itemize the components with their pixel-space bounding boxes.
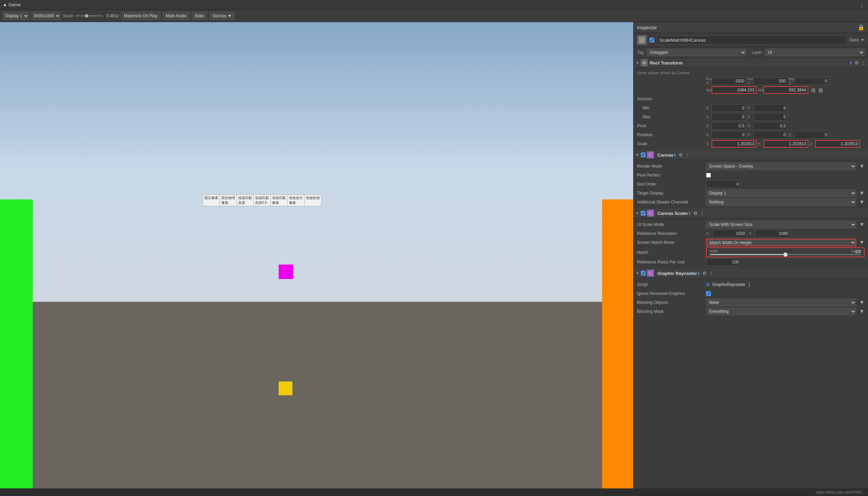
pos-y-input[interactable]: [753, 77, 788, 85]
scale-x-input[interactable]: [712, 140, 756, 148]
canvas-scaler-more-icon[interactable]: ⋮: [700, 210, 705, 216]
ref-resolution-row: Reference Resolution X Y: [637, 229, 865, 238]
rotation-label: Rotation: [637, 132, 706, 137]
scale-value: 0.481x: [106, 13, 119, 18]
scale-slider[interactable]: [75, 15, 103, 17]
graphic-raycaster-section-header[interactable]: ▼ C Graphic Raycaster ℹ ⚙ ⋮: [634, 268, 868, 278]
rotation-values: X Y Z: [706, 131, 865, 139]
canvas-settings-icon[interactable]: ⚙: [678, 152, 683, 158]
graphic-raycaster-info-icon[interactable]: ℹ: [698, 271, 700, 276]
tooltip-cell-2: 固定物理像素: [220, 195, 237, 206]
rect-transform-title: Rect Transform: [650, 60, 849, 66]
graphic-raycaster-more-icon[interactable]: ⋮: [709, 270, 714, 276]
rect-transform-settings-icon[interactable]: ⚙: [855, 60, 859, 66]
pos-x-input[interactable]: [712, 77, 746, 85]
ignore-reversed-checkbox[interactable]: [706, 291, 711, 296]
slider-fill: [710, 254, 785, 255]
canvas-scaler-info-icon[interactable]: ℹ: [689, 211, 691, 216]
tooltip-cell-1: 固定像素: [203, 195, 220, 206]
tooltip-cell-3: 缩放匹配高度: [237, 195, 254, 206]
match-slider-container[interactable]: Width Height 0.5: [706, 247, 865, 257]
top-bar-menu[interactable]: ⋮: [859, 2, 865, 9]
graphic-raycaster-enabled-checkbox[interactable]: [641, 271, 646, 276]
anchor-min-x-input[interactable]: [712, 104, 746, 112]
target-display-select[interactable]: Display 1: [706, 189, 856, 197]
resolution-select[interactable]: 3000x1000: [31, 12, 61, 20]
width-label: Width: [706, 88, 710, 92]
res-x-input[interactable]: [712, 230, 747, 237]
scale-y-input[interactable]: [763, 140, 808, 148]
graphic-raycaster-settings-icon[interactable]: ⚙: [702, 270, 707, 276]
sort-order-input[interactable]: [706, 180, 741, 188]
ignore-reversed-value: [706, 291, 865, 296]
graphic-raycaster-properties: Script ⊞ GraphicRaycaster ⟩ Ignore Rever…: [634, 278, 868, 318]
graphic-raycaster-toggle: ▼: [636, 271, 639, 275]
shader-channels-select[interactable]: Nothing: [706, 198, 856, 206]
wh-grid-icon[interactable]: ⊞: [811, 87, 816, 93]
pivot-y-input[interactable]: [753, 122, 788, 130]
rect-transform-more-icon[interactable]: ⋮: [861, 60, 866, 66]
anchor-miny-label: Y: [748, 106, 752, 110]
canvas-scaler-enabled-checkbox[interactable]: [641, 211, 646, 216]
render-mode-select[interactable]: Screen Space - Overlay: [706, 162, 856, 170]
canvas-icon: C: [647, 151, 654, 158]
canvas-enabled-checkbox[interactable]: [641, 152, 646, 157]
stats-button[interactable]: Stats: [192, 12, 207, 20]
height-label: Height: [758, 88, 762, 92]
res-y-input[interactable]: [755, 230, 790, 237]
object-active-checkbox[interactable]: [649, 38, 654, 42]
object-name-input[interactable]: [657, 36, 846, 44]
blocking-objects-select[interactable]: None: [706, 299, 856, 306]
height-input[interactable]: [763, 86, 808, 94]
pixel-perfect-checkbox[interactable]: [706, 173, 711, 178]
screen-match-mode-select[interactable]: Match Width Or Height: [706, 239, 856, 246]
canvas-scaler-settings-icon[interactable]: ⚙: [693, 210, 698, 216]
canvas-more-icon[interactable]: ⋮: [685, 152, 690, 158]
sort-order-label: Sort Order: [637, 182, 706, 187]
rot-y-input[interactable]: [753, 131, 788, 139]
display-select[interactable]: Display 1: [3, 12, 29, 20]
scale-y-label: Y: [758, 142, 762, 146]
anchor-minx-label: X: [706, 106, 710, 110]
pos-values: Pos X Pos Y Pos Z: [706, 77, 865, 85]
maximize-button[interactable]: Maximize On Play: [121, 12, 161, 20]
mute-button[interactable]: Mute Audio: [163, 12, 190, 20]
target-display-row: Target Display Display 1 ▼: [637, 189, 865, 197]
slider-track[interactable]: [710, 254, 861, 255]
anchor-max-x-input[interactable]: [712, 113, 746, 121]
canvas-toggle: ▼: [636, 153, 639, 157]
scale-z-input[interactable]: [815, 140, 860, 148]
pos-z-input[interactable]: [794, 77, 829, 85]
blocking-mask-select[interactable]: Everything: [706, 308, 856, 315]
match-width-label: Width: [710, 249, 718, 253]
wh-values: Width Height ⊞ ⊠: [706, 86, 865, 94]
scale-z-label: Z: [810, 142, 814, 146]
pivot-label: Pivot: [637, 123, 706, 128]
wh-anchor-icon[interactable]: ⊠: [818, 87, 823, 93]
canvas-section-header[interactable]: ▼ C Canvas ℹ ⚙ ⋮: [634, 150, 868, 160]
width-input[interactable]: [712, 86, 756, 94]
canvas-info-icon[interactable]: ℹ: [674, 152, 676, 158]
anchor-maxx-label: X: [706, 115, 710, 119]
pivot-x-input[interactable]: [712, 122, 746, 130]
render-mode-row: Render Mode Screen Space - Overlay ▼: [637, 162, 865, 170]
ui-scale-mode-select[interactable]: Scale With Screen Size: [706, 221, 856, 228]
shader-channels-label: Additional Shader Channels: [637, 200, 706, 205]
rot-z-input[interactable]: [794, 131, 829, 139]
gizmos-button[interactable]: Gizmos ▼: [209, 12, 235, 20]
layer-select[interactable]: UI: [765, 49, 865, 56]
rect-transform-info-icon[interactable]: ℹ: [850, 60, 852, 66]
rect-transform-section-header[interactable]: ▼ ⊞ Rect Transform ℹ ⚙ ⋮: [634, 58, 868, 68]
ref-pixels-input[interactable]: [706, 258, 741, 266]
anchor-min-y-input[interactable]: [753, 104, 788, 112]
sort-order-value: [706, 180, 865, 188]
graphic-raycaster-icon: C: [647, 270, 654, 277]
static-label[interactable]: Static ▼: [849, 38, 865, 42]
script-link-icon[interactable]: ⟩: [748, 281, 750, 288]
lock-icon[interactable]: 🔒: [858, 24, 865, 31]
tag-select[interactable]: Untagged: [646, 49, 746, 56]
rot-x-input[interactable]: [712, 131, 746, 139]
anchor-max-y-input[interactable]: [753, 113, 788, 121]
script-name: GraphicRaycaster: [712, 282, 745, 287]
canvas-scaler-section-header[interactable]: ▼ C Canvas Scaler ℹ ⚙ ⋮: [634, 208, 868, 218]
